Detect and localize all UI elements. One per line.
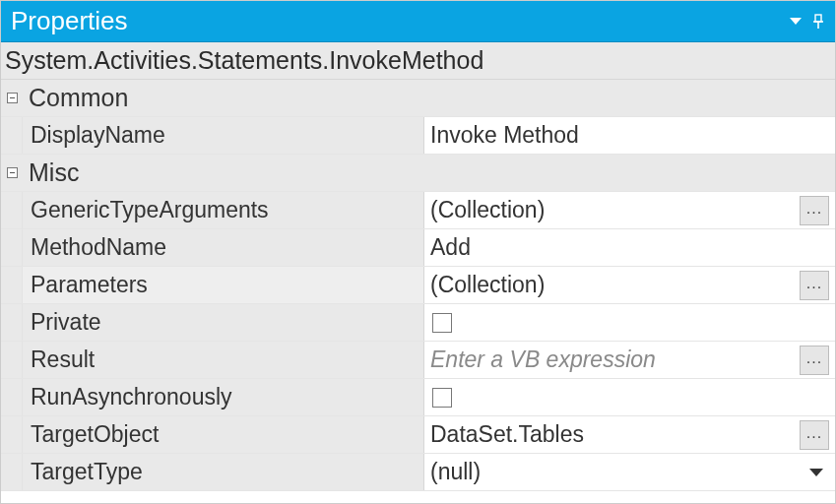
prop-targettype[interactable]: TargetType (null) xyxy=(1,454,835,491)
ellipsis-button[interactable]: ... xyxy=(800,196,829,225)
ellipsis-button[interactable]: ... xyxy=(800,346,829,375)
prop-displayname[interactable]: DisplayName Invoke Method xyxy=(1,117,835,155)
svg-rect-1 xyxy=(815,15,821,22)
value-text: (Collection) xyxy=(430,197,794,223)
prop-value[interactable]: DataSet.Tables ... xyxy=(424,416,835,453)
prop-generictypearguments[interactable]: GenericTypeArguments (Collection) ... xyxy=(1,192,835,229)
prop-value[interactable] xyxy=(424,304,835,341)
selected-object-type: System.Activities.Statements.InvokeMetho… xyxy=(1,42,835,80)
pin-icon[interactable] xyxy=(811,14,825,30)
prop-value[interactable]: Invoke Method xyxy=(424,117,835,154)
prop-value[interactable]: Enter a VB expression ... xyxy=(424,342,835,378)
prop-value[interactable]: (Collection) ... xyxy=(424,192,835,228)
prop-label: Result xyxy=(23,342,424,378)
category-label: Misc xyxy=(23,155,79,191)
value-text: (Collection) xyxy=(430,272,794,298)
prop-value[interactable] xyxy=(424,379,835,415)
prop-label: RunAsynchronously xyxy=(23,379,424,415)
value-text: DataSet.Tables xyxy=(430,421,794,448)
prop-label: Parameters xyxy=(23,267,424,303)
collapse-icon[interactable] xyxy=(7,93,18,103)
prop-label: TargetObject xyxy=(23,416,424,453)
prop-private[interactable]: Private xyxy=(1,304,835,342)
property-grid: Common DisplayName Invoke Method Misc Ge… xyxy=(1,80,835,503)
category-label: Common xyxy=(23,80,128,116)
checkbox[interactable] xyxy=(432,313,452,333)
category-misc[interactable]: Misc xyxy=(1,155,835,192)
prop-label: MethodName xyxy=(23,229,424,266)
titlebar: Properties xyxy=(1,1,835,42)
ellipsis-button[interactable]: ... xyxy=(800,271,829,300)
prop-result[interactable]: Result Enter a VB expression ... xyxy=(1,342,835,379)
prop-methodname[interactable]: MethodName Add xyxy=(1,229,835,267)
category-common[interactable]: Common xyxy=(1,80,835,117)
prop-parameters[interactable]: Parameters (Collection) ... xyxy=(1,267,835,304)
ellipsis-button[interactable]: ... xyxy=(800,420,829,450)
prop-label: Private xyxy=(23,304,424,341)
properties-panel: Properties System.Activities.Statements.… xyxy=(0,0,836,504)
prop-targetobject[interactable]: TargetObject DataSet.Tables ... xyxy=(1,416,835,454)
svg-marker-0 xyxy=(790,18,802,25)
prop-runasynchronously[interactable]: RunAsynchronously xyxy=(1,379,835,416)
prop-value[interactable]: (Collection) ... xyxy=(424,267,835,303)
chevron-down-icon[interactable] xyxy=(809,469,823,476)
value-placeholder: Enter a VB expression xyxy=(430,346,794,373)
checkbox[interactable] xyxy=(432,388,452,408)
collapse-icon[interactable] xyxy=(7,167,18,178)
panel-title: Properties xyxy=(11,6,790,36)
prop-value[interactable]: Add xyxy=(424,229,835,266)
value-text: Add xyxy=(430,234,829,261)
prop-value[interactable]: (null) xyxy=(424,454,835,490)
prop-label: TargetType xyxy=(23,454,424,490)
dropdown-icon[interactable] xyxy=(790,18,802,26)
value-text: (null) xyxy=(430,459,804,485)
prop-label: GenericTypeArguments xyxy=(23,192,424,228)
value-text: Invoke Method xyxy=(430,122,829,149)
prop-label: DisplayName xyxy=(23,117,424,154)
